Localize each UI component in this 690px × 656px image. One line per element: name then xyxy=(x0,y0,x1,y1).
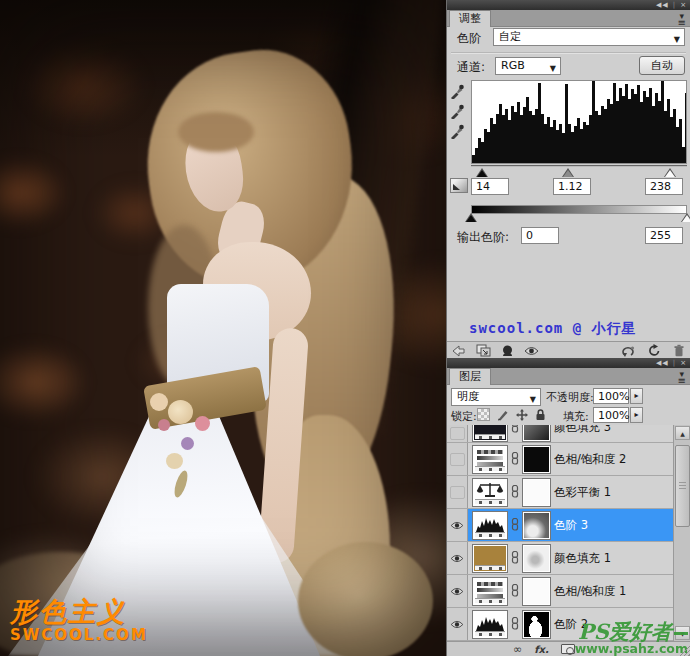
mask-link-icon[interactable] xyxy=(511,549,519,568)
visibility-well[interactable] xyxy=(447,575,468,607)
layer-name[interactable]: 色彩平衡 1 xyxy=(554,485,611,500)
reset-icon[interactable] xyxy=(648,344,661,357)
blend-mode-dropdown[interactable]: 明度 xyxy=(451,388,541,406)
mask-link-icon[interactable] xyxy=(511,582,519,601)
gray-point-eyedropper-icon[interactable] xyxy=(450,104,465,119)
input-levels-slider xyxy=(471,165,687,177)
fill-spinner[interactable]: ▸ xyxy=(630,407,643,423)
link-layers-icon[interactable]: ∞ xyxy=(513,643,522,656)
input-black-field[interactable]: 14 xyxy=(471,178,509,195)
layer-mask-thumbnail[interactable] xyxy=(523,446,550,473)
input-white-field[interactable]: 238 xyxy=(645,178,683,195)
black-point-eyedropper-icon[interactable] xyxy=(450,84,465,99)
separator: | xyxy=(673,1,676,9)
visibility-well[interactable] xyxy=(447,509,468,541)
layer-mask-thumbnail[interactable] xyxy=(523,512,550,539)
layer-row-levels-2[interactable]: 色阶 2 xyxy=(447,608,673,641)
layer-mask-thumbnail[interactable] xyxy=(523,545,550,572)
channel-dropdown[interactable]: RGB xyxy=(495,57,561,75)
previous-state-icon[interactable] xyxy=(622,345,636,357)
blend-mode-value: 明度 xyxy=(457,390,479,403)
histogram-bars xyxy=(472,81,686,163)
layer-row-hue-sat-2[interactable]: 色相/饱和度 2 xyxy=(447,443,673,476)
opacity-field[interactable]: 100% xyxy=(593,388,629,404)
layer-name[interactable]: 色相/饱和度 1 xyxy=(554,584,626,599)
input-gamma-field[interactable]: 1.12 xyxy=(553,178,591,195)
tab-adjustments[interactable]: 调整 xyxy=(449,10,491,27)
output-black-field[interactable]: 0 xyxy=(521,227,559,244)
targeted-adjustment-icon[interactable] xyxy=(450,178,468,193)
output-white-field[interactable]: 255 xyxy=(645,227,683,244)
visibility-well[interactable] xyxy=(447,443,468,475)
layer-list-scrollbar[interactable]: ▲ ▼ xyxy=(673,425,690,641)
layer-style-fx-icon[interactable]: fx. xyxy=(534,644,549,655)
layer-thumbnail-levels[interactable] xyxy=(473,611,507,638)
layer-thumbnail-hue-saturation[interactable] xyxy=(473,446,507,473)
layer-row-hue-sat-1[interactable]: 色相/饱和度 1 xyxy=(447,575,673,608)
visibility-well[interactable] xyxy=(447,476,468,508)
lock-label: 锁定: xyxy=(451,409,477,424)
layer-row-color-balance-1[interactable]: 色彩平衡 1 xyxy=(447,476,673,509)
mask-link-icon[interactable] xyxy=(511,425,519,437)
layer-row-color-fill-1[interactable]: 颜色填充 1 xyxy=(447,542,673,575)
scrollbar-thumb[interactable] xyxy=(675,445,690,527)
fill-field[interactable]: 100% xyxy=(593,407,629,423)
collapse-panel-icon[interactable]: ◀◀ xyxy=(656,1,669,9)
back-arrow-icon[interactable] xyxy=(451,345,465,357)
add-layer-mask-icon[interactable] xyxy=(561,644,575,654)
layer-row-color-fill-3[interactable]: 颜色填充 3 xyxy=(447,425,673,443)
lock-paint-icon[interactable] xyxy=(496,408,509,421)
layer-name[interactable]: 色相/饱和度 2 xyxy=(554,452,626,467)
scrollbar-down-icon[interactable]: ▼ xyxy=(675,626,690,640)
clip-to-layer-icon[interactable] xyxy=(502,345,513,357)
layer-thumbnail-color-fill[interactable] xyxy=(473,545,507,572)
opacity-spinner[interactable]: ▸ xyxy=(630,388,643,404)
levels-preset-label: 色阶 xyxy=(457,30,481,47)
panel-header-bar: ◀◀ | × xyxy=(447,358,690,368)
levels-preset-dropdown[interactable]: 自定 xyxy=(493,28,685,46)
layer-thumbnail-color-balance[interactable] xyxy=(473,479,507,506)
panel-menu-icon[interactable]: ▾≡ xyxy=(678,370,686,386)
input-slider-white[interactable] xyxy=(664,168,676,177)
visibility-well[interactable] xyxy=(447,425,468,442)
expanded-view-icon[interactable] xyxy=(476,344,491,357)
layer-name[interactable]: 色阶 3 xyxy=(554,518,588,533)
layer-name[interactable]: 色阶 2 xyxy=(554,617,588,632)
layer-mask-thumbnail[interactable] xyxy=(523,425,550,441)
input-slider-gray[interactable] xyxy=(562,168,574,177)
layer-mask-thumbnail[interactable] xyxy=(523,611,550,638)
panel-menu-icon[interactable]: ▾≡ xyxy=(678,12,686,28)
visibility-eye-icon[interactable] xyxy=(524,346,539,356)
adjustments-tab-bar: 调整 ▾≡ xyxy=(447,10,690,27)
layer-thumbnail-levels[interactable] xyxy=(473,512,507,539)
mask-link-icon[interactable] xyxy=(511,483,519,502)
lock-all-icon[interactable] xyxy=(534,408,547,421)
layer-thumbnail-color-fill[interactable] xyxy=(473,425,507,441)
lock-transparency-icon[interactable] xyxy=(477,408,490,421)
tab-layers[interactable]: 图层 xyxy=(449,368,491,385)
visibility-well[interactable] xyxy=(447,542,468,574)
close-panel-icon[interactable]: × xyxy=(680,1,687,9)
layer-name[interactable]: 颜色填充 1 xyxy=(554,551,611,566)
layer-thumbnail-hue-saturation[interactable] xyxy=(473,578,507,605)
collapse-panel-icon[interactable]: ◀◀ xyxy=(656,359,669,367)
layer-mask-thumbnail[interactable] xyxy=(523,479,550,506)
close-panel-icon[interactable]: × xyxy=(680,359,687,367)
mask-link-icon[interactable] xyxy=(511,450,519,469)
output-slider-white[interactable] xyxy=(681,213,690,222)
panel-dock: ◀◀ | × 调整 ▾≡ 色阶 自定 通道: RGB 自动 xyxy=(446,0,690,656)
layer-mask-thumbnail[interactable] xyxy=(523,578,550,605)
layer-row-levels-3[interactable]: 色阶 3 xyxy=(447,509,673,542)
mask-link-icon[interactable] xyxy=(511,516,519,535)
scrollbar-up-icon[interactable]: ▲ xyxy=(675,426,690,440)
delete-trash-icon[interactable] xyxy=(673,344,685,357)
auto-button[interactable]: 自动 xyxy=(639,56,685,75)
lock-position-icon[interactable] xyxy=(515,408,528,421)
layer-name[interactable]: 颜色填充 3 xyxy=(554,425,611,435)
visibility-well[interactable] xyxy=(447,608,468,640)
photoshop-workspace: 形色主义 SWCOOL.COM ◀◀ | × 调整 ▾≡ 色阶 自定 通 xyxy=(0,0,690,656)
input-slider-black[interactable] xyxy=(476,168,488,177)
mask-link-icon[interactable] xyxy=(511,615,519,634)
white-point-eyedropper-icon[interactable] xyxy=(450,124,465,139)
output-slider-black[interactable] xyxy=(465,213,477,222)
